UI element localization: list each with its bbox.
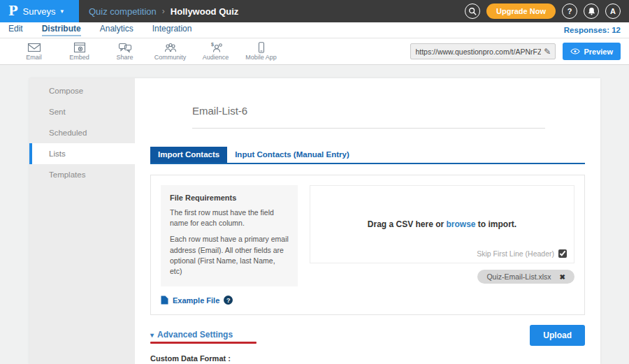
surveys-menu[interactable]: P Surveys ▾: [0, 0, 79, 22]
file-requirements-title: File Requirements: [170, 194, 289, 202]
red-annotation-underline: [150, 342, 256, 344]
list-content: Email-List-6 Import Contacts Input Conta…: [135, 78, 600, 364]
survey-url-box: ✎: [410, 43, 556, 59]
remove-file-icon[interactable]: ✖: [560, 273, 565, 281]
sidebar-item-sent[interactable]: Sent: [29, 101, 135, 122]
sidebar-item-scheduled[interactable]: Scheduled: [29, 122, 135, 143]
uploaded-file-name: Quiz-Email-List.xlsx: [486, 272, 551, 281]
svg-text:$: $: [211, 42, 214, 48]
nav-tab-edit[interactable]: Edit: [8, 24, 23, 36]
header-actions: Upgrade Now ? A: [465, 0, 629, 22]
embed-icon: [73, 42, 87, 53]
skip-first-line-checkbox[interactable]: [558, 249, 567, 258]
import-upload-column: Drag a CSV here or browse to import. Ski…: [310, 185, 574, 305]
document-icon: [161, 296, 168, 305]
dropzone-text: Drag a CSV here or browse to import.: [310, 219, 574, 229]
tool-embed[interactable]: Embed: [57, 42, 102, 61]
advanced-settings-toggle[interactable]: ▾ Advanced Settings: [150, 330, 256, 340]
csv-dropzone[interactable]: Drag a CSV here or browse to import. Ski…: [310, 185, 574, 263]
file-requirements-text-2: Each row must have a primary email addre…: [170, 234, 289, 277]
questionpro-logo-icon: P: [8, 5, 18, 17]
preview-button[interactable]: Preview: [563, 43, 621, 60]
nav-tab-integration[interactable]: Integration: [152, 24, 192, 36]
uploaded-file-row: Quiz-Email-List.xlsx ✖: [310, 270, 574, 284]
survey-nav: Edit Distribute Analytics Integration Re…: [0, 22, 629, 38]
distribute-toolbar: Email Embed Share Community $: [0, 38, 629, 65]
nav-tab-distribute[interactable]: Distribute: [42, 24, 81, 36]
breadcrumb-separator-icon: ›: [162, 6, 165, 16]
account-avatar[interactable]: A: [605, 3, 621, 19]
search-button[interactable]: [465, 3, 480, 19]
sidebar-item-templates[interactable]: Templates: [29, 164, 135, 185]
list-name-field[interactable]: Email-List-6: [192, 105, 545, 129]
audience-icon: $: [208, 42, 224, 53]
notifications-button[interactable]: [584, 3, 599, 19]
list-name-value: Email-List-6: [192, 105, 247, 117]
survey-url-group: ✎ Preview: [410, 43, 621, 60]
breadcrumb-current: Hollywood Quiz: [171, 6, 239, 17]
breadcrumb: Quiz competition › Hollywood Quiz: [89, 0, 238, 22]
file-requirements-text-1: The first row must have the field name f…: [170, 208, 289, 228]
example-file-row: Example File ?: [161, 296, 298, 305]
tool-email[interactable]: Email: [11, 42, 57, 61]
mobile-app-icon: [254, 42, 268, 53]
tab-import-contacts[interactable]: Import Contacts: [150, 147, 227, 163]
email-distribution-panel: Compose Sent Scheduled Lists Templates E…: [29, 78, 600, 364]
bell-icon: [588, 7, 595, 15]
search-icon: [468, 7, 477, 15]
skip-first-line-row: Skip First Line (Header): [477, 249, 567, 258]
top-header: P Surveys ▾ Quiz competition › Hollywood…: [0, 0, 629, 22]
browse-link[interactable]: browse: [447, 219, 476, 229]
custom-data-format-label: Custom Data Format :: [150, 354, 585, 363]
product-menu-label: Surveys: [23, 6, 56, 17]
breadcrumb-parent[interactable]: Quiz competition: [89, 6, 157, 17]
contacts-tabs: Import Contacts Input Contacts (Manual E…: [150, 147, 585, 164]
responses-count[interactable]: Responses: 12: [564, 26, 621, 34]
skip-first-line-label: Skip First Line (Header): [477, 249, 554, 258]
caret-down-icon: ▾: [61, 8, 64, 15]
caret-down-icon: ▾: [150, 331, 154, 339]
advanced-settings-row: ▾ Advanced Settings Upload: [150, 330, 585, 346]
import-info-column: File Requirements The first row must hav…: [161, 185, 298, 305]
tool-community[interactable]: Community: [147, 42, 193, 61]
email-sidebar: Compose Sent Scheduled Lists Templates: [29, 78, 135, 364]
example-file-link[interactable]: Example File: [173, 296, 219, 305]
tool-mobile-app[interactable]: Mobile App: [238, 42, 284, 61]
uploaded-file-chip: Quiz-Email-List.xlsx ✖: [477, 270, 574, 284]
tab-input-contacts-manual[interactable]: Input Contacts (Manual Entry): [227, 147, 357, 163]
questionpro-app: P Surveys ▾ Quiz competition › Hollywood…: [0, 0, 629, 364]
advanced-settings-block: ▾ Advanced Settings: [150, 330, 256, 344]
upgrade-now-button[interactable]: Upgrade Now: [486, 3, 556, 19]
sidebar-item-lists[interactable]: Lists: [29, 143, 135, 164]
help-button[interactable]: ?: [562, 3, 577, 19]
help-question-icon[interactable]: ?: [224, 296, 233, 305]
tool-audience[interactable]: $ Audience: [193, 42, 238, 61]
survey-url-input[interactable]: [415, 48, 541, 56]
import-contacts-section: File Requirements The first row must hav…: [150, 175, 585, 315]
community-icon: [164, 42, 178, 53]
eye-icon: [570, 48, 580, 54]
upload-button[interactable]: Upload: [530, 325, 585, 346]
edit-url-icon[interactable]: ✎: [541, 47, 551, 57]
email-icon: [27, 42, 41, 53]
share-icon: [118, 42, 132, 53]
file-requirements-box: File Requirements The first row must hav…: [161, 185, 298, 286]
nav-tab-analytics[interactable]: Analytics: [100, 24, 133, 36]
sidebar-item-compose[interactable]: Compose: [29, 80, 135, 101]
tool-share[interactable]: Share: [102, 42, 147, 61]
